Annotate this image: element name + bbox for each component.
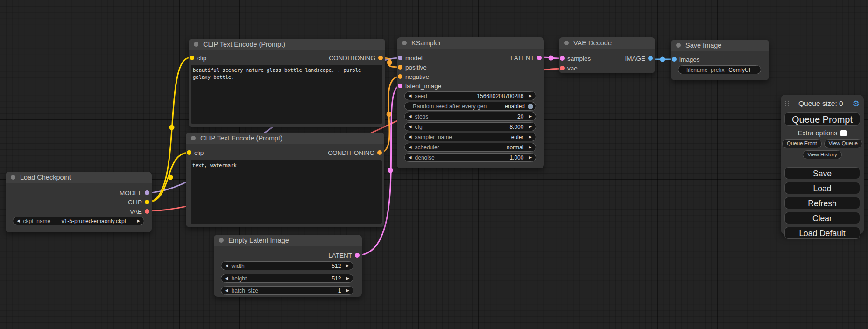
decrement-arrow-icon[interactable]: ◀ xyxy=(409,114,412,119)
node-title: Load Checkpoint xyxy=(20,174,71,181)
decrement-arrow-icon[interactable]: ◀ xyxy=(225,276,228,280)
decrement-arrow-icon[interactable]: ◀ xyxy=(409,145,412,149)
cfg-widget[interactable]: ◀ cfg 8.000 ▶ xyxy=(404,122,536,131)
decrement-arrow-icon[interactable]: ◀ xyxy=(409,94,412,98)
collapse-dot-icon[interactable] xyxy=(194,42,198,47)
comfyui-canvas[interactable]: { "icons": { "decrement": "◀", "incremen… xyxy=(0,0,868,329)
increment-arrow-icon[interactable]: ▶ xyxy=(346,264,349,268)
port-dot-latent-output[interactable] xyxy=(537,56,542,60)
output-row-model: MODEL xyxy=(6,188,152,197)
denoise-widget[interactable]: ◀ denoise 1.000 ▶ xyxy=(404,153,536,162)
port-dot-clip-input[interactable] xyxy=(187,150,191,155)
collapse-dot-icon[interactable] xyxy=(402,41,407,45)
node-clip-text-encode-positive[interactable]: CLIP Text Encode (Prompt) clip CONDITION… xyxy=(189,39,385,127)
collapse-dot-icon[interactable] xyxy=(191,136,196,140)
increment-arrow-icon[interactable]: ▶ xyxy=(529,125,532,129)
increment-arrow-icon[interactable]: ▶ xyxy=(529,155,532,160)
load-button[interactable]: Load xyxy=(784,182,860,194)
port-dot-model-input[interactable] xyxy=(398,56,402,60)
scheduler-widget[interactable]: ◀ scheduler normal ▶ xyxy=(404,143,536,152)
node-title-bar[interactable]: Load Checkpoint xyxy=(6,172,152,183)
port-dot-images-input[interactable] xyxy=(672,57,677,62)
node-title-bar[interactable]: Empty Latent Image xyxy=(214,235,362,246)
port-dot-conditioning-output[interactable] xyxy=(378,56,383,60)
node-save-image[interactable]: Save Image images filename_prefix ComfyU… xyxy=(671,40,769,80)
view-history-button[interactable]: View History xyxy=(803,150,842,160)
queue-prompt-button[interactable]: Queue Prompt xyxy=(784,112,860,126)
toggle-enabled-icon[interactable] xyxy=(528,104,533,109)
node-title: CLIP Text Encode (Prompt) xyxy=(203,41,285,48)
ckpt-name-widget[interactable]: ◀ ckpt_name v1-5-pruned-emaonly.ckpt ▶ xyxy=(13,217,144,225)
widget-value: v1-5-pruned-emaonly.ckpt xyxy=(62,218,127,224)
sampler-name-widget[interactable]: ◀ sampler_name euler ▶ xyxy=(404,133,536,141)
prompt-textarea[interactable]: beautiful scenery nature glass bottle la… xyxy=(191,65,382,124)
decrement-arrow-icon[interactable]: ◀ xyxy=(225,288,228,293)
save-button[interactable]: Save xyxy=(784,167,860,179)
widget-value: 512 xyxy=(332,263,341,269)
random-seed-toggle-widget[interactable]: Random seed after every gen enabled xyxy=(404,102,536,111)
prompt-textarea[interactable]: text, watermark xyxy=(191,160,382,224)
queue-panel: Queue size: 0 ⚙ Queue Prompt Extra optio… xyxy=(781,95,864,234)
port-dot-conditioning-output[interactable] xyxy=(377,150,382,155)
node-clip-text-encode-negative[interactable]: CLIP Text Encode (Prompt) clip CONDITION… xyxy=(186,133,384,227)
node-title-bar[interactable]: VAE Decode xyxy=(559,37,655,49)
queue-front-button[interactable]: Queue Front xyxy=(782,139,822,148)
decrement-arrow-icon[interactable]: ◀ xyxy=(409,155,412,160)
port-dot-negative-input[interactable] xyxy=(398,74,402,79)
widget-value: 8.000 xyxy=(509,124,523,130)
settings-gear-icon[interactable]: ⚙ xyxy=(853,100,860,108)
node-ksampler[interactable]: KSampler model LATENT positive negative … xyxy=(397,37,544,168)
output-row-vae: VAE xyxy=(6,207,152,216)
port-dot-vae-input[interactable] xyxy=(560,66,565,70)
widget-value: 1 xyxy=(338,287,341,294)
output-label: IMAGE xyxy=(625,55,645,62)
port-dot-image-output[interactable] xyxy=(648,56,653,61)
port-dot-samples-input[interactable] xyxy=(560,56,565,61)
view-queue-button[interactable]: View Queue xyxy=(824,139,862,148)
port-dot-positive-input[interactable] xyxy=(398,65,402,70)
extra-options-checkbox[interactable] xyxy=(840,130,847,136)
seed-widget[interactable]: ◀ seed 156680208700286 ▶ xyxy=(404,91,536,100)
increment-arrow-icon[interactable]: ▶ xyxy=(529,135,532,139)
node-empty-latent-image[interactable]: Empty Latent Image LATENT ◀ width 512 ▶ … xyxy=(214,235,362,297)
decrement-arrow-icon[interactable]: ◀ xyxy=(225,264,228,268)
port-dot-clip[interactable] xyxy=(145,200,149,204)
collapse-dot-icon[interactable] xyxy=(564,41,569,45)
port-dot-latent-output[interactable] xyxy=(355,253,360,258)
width-widget[interactable]: ◀ width 512 ▶ xyxy=(221,261,353,270)
clear-button[interactable]: Clear xyxy=(784,212,860,224)
node-title-bar[interactable]: KSampler xyxy=(397,37,544,49)
port-dot-vae[interactable] xyxy=(145,209,149,214)
input-row-negative: negative xyxy=(397,72,544,81)
collapse-dot-icon[interactable] xyxy=(11,175,15,180)
decrement-arrow-icon[interactable]: ◀ xyxy=(17,219,20,223)
collapse-dot-icon[interactable] xyxy=(219,238,224,243)
drag-handle-icon[interactable] xyxy=(785,101,789,106)
node-vae-decode[interactable]: VAE Decode samples IMAGE vae xyxy=(559,37,655,73)
increment-arrow-icon[interactable]: ▶ xyxy=(346,288,349,293)
collapse-dot-icon[interactable] xyxy=(676,43,681,48)
widget-label: cfg xyxy=(415,124,423,130)
decrement-arrow-icon[interactable]: ◀ xyxy=(409,135,412,139)
increment-arrow-icon[interactable]: ▶ xyxy=(529,114,532,119)
increment-arrow-icon[interactable]: ▶ xyxy=(137,219,140,223)
increment-arrow-icon[interactable]: ▶ xyxy=(529,94,532,98)
refresh-button[interactable]: Refresh xyxy=(784,197,860,209)
node-title-bar[interactable]: Save Image xyxy=(671,40,769,51)
steps-widget[interactable]: ◀ steps 20 ▶ xyxy=(404,112,536,121)
port-dot-clip-input[interactable] xyxy=(190,56,194,60)
node-title-bar[interactable]: CLIP Text Encode (Prompt) xyxy=(189,39,385,50)
decrement-arrow-icon[interactable]: ◀ xyxy=(409,125,412,129)
node-title: Empty Latent Image xyxy=(228,237,289,244)
batch-size-widget[interactable]: ◀ batch_size 1 ▶ xyxy=(221,286,353,295)
output-label: CLIP xyxy=(128,199,142,206)
node-load-checkpoint[interactable]: Load Checkpoint MODEL CLIP VAE ◀ ckpt_na… xyxy=(6,172,152,232)
filename-prefix-widget[interactable]: filename_prefix ComfyUI xyxy=(678,65,761,74)
port-dot-model[interactable] xyxy=(145,190,149,195)
node-title-bar[interactable]: CLIP Text Encode (Prompt) xyxy=(186,133,384,144)
increment-arrow-icon[interactable]: ▶ xyxy=(529,145,532,149)
increment-arrow-icon[interactable]: ▶ xyxy=(346,276,349,280)
port-dot-latent-image-input[interactable] xyxy=(398,84,402,88)
load-default-button[interactable]: Load Default xyxy=(784,227,860,239)
height-widget[interactable]: ◀ height 512 ▶ xyxy=(221,274,353,283)
